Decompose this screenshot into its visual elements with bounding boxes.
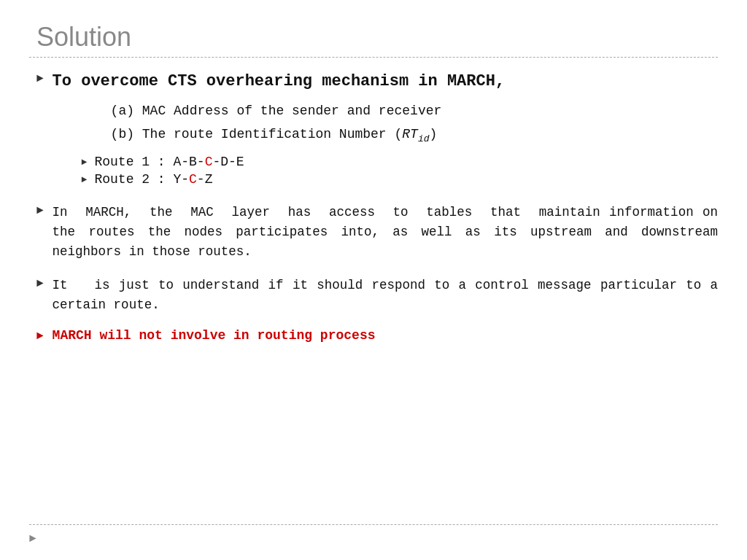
route1-text: Route 1 : A-B-C-D-E (94, 155, 244, 169)
bullet-item-1: ► To overcome CTS overhearing mechanism … (36, 71, 718, 190)
sub-bullet-item-route1: ► Route 1 : A-B-C-D-E (82, 155, 506, 169)
title-section: Solution (29, 22, 718, 58)
sub-bullet-arrow-1: ► (82, 157, 88, 168)
route1-red-c: C (205, 155, 213, 169)
top-divider (29, 57, 718, 58)
bullet-content-2: In MARCH, the MAC layer has access to ta… (53, 203, 718, 262)
rt-subscript: id (418, 133, 430, 144)
slide: Solution ► To overcome CTS overhearing m… (0, 0, 747, 560)
bullet-arrow-2: ► (36, 204, 44, 217)
bullet-content-4: MARCH will not involve in routing proces… (53, 328, 376, 343)
route2-red-c: C (189, 172, 197, 187)
slide-title: Solution (29, 22, 718, 52)
bullet-arrow-1: ► (36, 72, 44, 85)
bullet-arrow-4: ► (36, 330, 44, 343)
sub-bullet-arrow-2: ► (82, 174, 88, 185)
bullet-content-3: It is just to understand if it should re… (53, 276, 718, 315)
sub-bullet-list: ► Route 1 : A-B-C-D-E ► Route 2 : Y-C-Z (82, 155, 506, 187)
bottom-arrow-area: ► (29, 532, 36, 545)
bullet-item-3: ► It is just to understand if it should … (36, 276, 718, 315)
main-bullet-text-1: To overcome CTS overhearing mechanism in… (53, 71, 506, 93)
alpha-item-a: (a) MAC Address of the sender and receiv… (111, 99, 506, 122)
sub-list-alpha: (a) MAC Address of the sender and receiv… (111, 99, 506, 147)
bullet-content-1: To overcome CTS overhearing mechanism in… (53, 71, 506, 190)
bottom-divider (29, 524, 718, 525)
rt-variable: RTid (402, 127, 429, 141)
bottom-nav-arrow: ► (29, 532, 36, 545)
bullet-item-4: ► MARCH will not involve in routing proc… (36, 328, 718, 343)
route2-text: Route 2 : Y-C-Z (94, 172, 212, 187)
bullet-arrow-3: ► (36, 277, 44, 290)
content-area: ► To overcome CTS overhearing mechanism … (29, 71, 718, 343)
bullet-item-2: ► In MARCH, the MAC layer has access to … (36, 203, 718, 262)
alpha-item-b: (b) The route Identification Number (RTi… (111, 122, 506, 147)
sub-bullet-item-route2: ► Route 2 : Y-C-Z (82, 172, 506, 187)
